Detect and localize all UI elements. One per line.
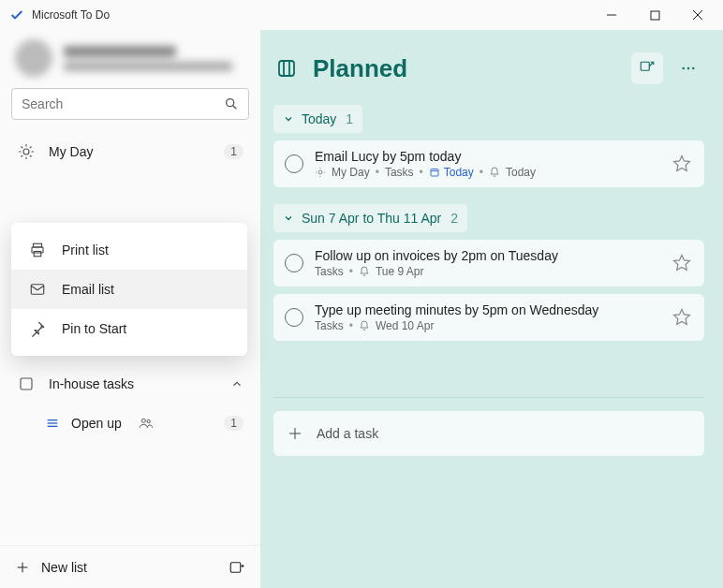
sub-label: Open up: [71, 416, 122, 431]
add-task-label: Add a task: [317, 426, 378, 441]
svg-point-37: [318, 170, 322, 174]
task-item[interactable]: Follow up on invoices by 2pm on Tuesday …: [273, 240, 704, 287]
svg-point-6: [23, 149, 29, 154]
nav-label: My Day: [49, 144, 93, 159]
section-label: Sun 7 Apr to Thu 11 Apr: [302, 211, 441, 226]
lines-icon: [45, 416, 60, 431]
complete-circle[interactable]: [285, 154, 303, 173]
svg-marker-45: [674, 256, 690, 271]
avatar: [15, 39, 52, 77]
svg-point-36: [692, 67, 694, 69]
svg-marker-44: [674, 156, 690, 171]
email-list-item[interactable]: Email list: [11, 270, 247, 309]
menu-label: Print list: [62, 243, 109, 257]
svg-rect-29: [31, 285, 44, 295]
chevron-down-icon: [283, 113, 294, 125]
sun-icon: [17, 142, 36, 161]
complete-circle[interactable]: [285, 308, 303, 327]
svg-line-12: [30, 155, 31, 156]
section-today[interactable]: Today 1: [273, 105, 362, 133]
inhouse-tasks-nav[interactable]: In-house tasks: [0, 363, 260, 404]
page-title: Planned: [313, 54, 407, 83]
section-count: 1: [346, 111, 353, 126]
sub-count: 1: [224, 416, 243, 431]
bell-icon: [359, 320, 370, 331]
printer-icon: [28, 241, 47, 259]
menu-label: Email list: [62, 282, 114, 297]
pin-icon: [28, 319, 47, 338]
svg-point-4: [227, 99, 234, 107]
svg-rect-1: [651, 11, 659, 20]
more-button[interactable]: [672, 52, 704, 84]
star-button[interactable]: [672, 253, 693, 273]
section-count: 2: [450, 211, 458, 226]
close-button[interactable]: [676, 0, 719, 30]
task-meta: Tasks • Tue 9 Apr: [315, 265, 661, 278]
new-group-icon[interactable]: [229, 559, 245, 576]
menu-label: Pin to Start: [62, 321, 126, 336]
due-chip: Today: [429, 166, 474, 179]
task-meta: My Day • Tasks • Today • Today: [315, 166, 661, 179]
svg-point-20: [147, 419, 150, 422]
maximize-button[interactable]: [633, 0, 676, 30]
svg-point-35: [687, 67, 689, 69]
divider: [273, 397, 704, 398]
svg-line-13: [22, 155, 22, 156]
svg-marker-46: [674, 310, 690, 325]
app-icon: [9, 7, 24, 22]
print-list-item[interactable]: Print list: [11, 230, 247, 270]
svg-point-19: [141, 419, 145, 422]
chevron-down-icon: [283, 213, 294, 224]
planned-icon: [273, 55, 300, 81]
search-icon: [224, 96, 239, 111]
task-title: Email Lucy by 5pm today: [315, 149, 661, 164]
new-list-bar[interactable]: New list: [0, 545, 260, 588]
add-task-input[interactable]: Add a task: [273, 411, 704, 456]
task-title: Follow up on invoices by 2pm on Tuesday: [315, 248, 661, 263]
svg-line-11: [22, 147, 22, 148]
list-icon: [17, 375, 36, 393]
nav-count: 1: [224, 144, 243, 159]
new-list-label: New list: [41, 560, 87, 575]
star-button[interactable]: [672, 154, 693, 174]
mail-icon: [28, 280, 47, 299]
task-item[interactable]: Type up meeting minutes by 5pm on Wednes…: [273, 294, 704, 341]
suggestions-button[interactable]: [631, 52, 663, 84]
bell-icon: [489, 167, 500, 178]
sidebar: My Day 1 Tasks 3 In-house tasks: [0, 30, 260, 588]
star-button[interactable]: [672, 307, 693, 328]
svg-rect-23: [230, 562, 241, 572]
window-controls: [590, 0, 719, 30]
open-up-list[interactable]: Open up 1: [0, 404, 260, 442]
minimize-button[interactable]: [590, 0, 633, 30]
main-pane: Planned Today 1 Email Lucy by 5pm today: [260, 30, 723, 588]
svg-rect-15: [21, 378, 32, 390]
svg-point-34: [683, 67, 685, 69]
search-input[interactable]: [22, 96, 224, 111]
pin-to-start-item[interactable]: Pin to Start: [11, 309, 247, 348]
title-bar: Microsoft To Do: [0, 0, 723, 30]
app-title: Microsoft To Do: [32, 8, 110, 22]
profile-section[interactable]: [0, 30, 260, 84]
people-icon: [139, 416, 154, 431]
nav-label: In-house tasks: [49, 376, 134, 391]
section-week[interactable]: Sun 7 Apr to Thu 11 Apr 2: [273, 204, 467, 232]
plus-icon: [15, 560, 30, 575]
context-menu: Print list Email list Pin to Start: [11, 223, 247, 356]
svg-rect-28: [34, 252, 41, 257]
task-item[interactable]: Email Lucy by 5pm today My Day • Tasks •…: [273, 140, 704, 187]
svg-rect-30: [279, 61, 294, 76]
chevron-up-icon: [230, 377, 243, 390]
complete-circle[interactable]: [285, 254, 303, 272]
plus-icon: [287, 425, 303, 442]
svg-line-14: [30, 147, 31, 148]
search-box[interactable]: [11, 88, 249, 120]
task-title: Type up meeting minutes by 5pm on Wednes…: [315, 302, 661, 317]
section-label: Today: [302, 111, 336, 126]
bell-icon: [359, 266, 370, 277]
task-meta: Tasks • Wed 10 Apr: [315, 319, 661, 332]
svg-line-5: [233, 106, 237, 110]
my-day-nav[interactable]: My Day 1: [0, 131, 260, 172]
sun-icon: [315, 167, 326, 178]
svg-rect-33: [641, 62, 649, 70]
